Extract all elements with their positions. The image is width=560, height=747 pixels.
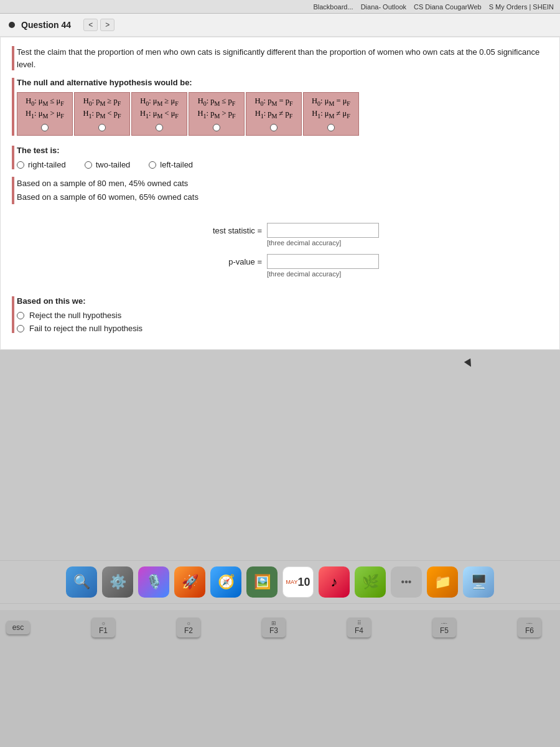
radio-left-tailed[interactable] (149, 161, 156, 169)
radio-3[interactable] (137, 123, 182, 131)
dock-safari-icon[interactable]: 🧭 (210, 566, 241, 598)
key-f5-icon: ·−· (441, 620, 447, 626)
radio-5[interactable] (251, 123, 296, 131)
question-header: Question 44 < > (0, 14, 560, 37)
h1-4: H1: pM > pF (194, 109, 239, 120)
key-f2[interactable]: ☼ F2 (177, 618, 200, 637)
key-f1-icon: ☼ (101, 620, 106, 626)
dock-icon-green[interactable]: 🌿 (355, 566, 386, 598)
radio-circle-1[interactable] (41, 124, 49, 131)
accent-bar-hypothesis (12, 78, 14, 136)
key-f3-label: F3 (269, 626, 278, 635)
radio-4[interactable] (194, 123, 239, 131)
conclusion-section: Based on this we: Reject the null hypoth… (12, 296, 548, 333)
key-f6-label: F6 (525, 626, 534, 635)
tab-outlook[interactable]: Diana- Outlook (361, 3, 406, 11)
conclusion-reject[interactable]: Reject the null hypothesis (17, 311, 548, 320)
key-f2-icon: ☼ (186, 620, 191, 626)
key-f2-label: F2 (184, 626, 193, 635)
conclusion-fail-reject[interactable]: Fail to reject the null hypothesis (17, 324, 548, 333)
dock-launchpad-icon[interactable]: 🚀 (174, 566, 205, 598)
radio-reject[interactable] (17, 312, 24, 319)
dock-siri-icon[interactable]: 🎙️ (138, 566, 169, 598)
h0-6: H0: μM = μF (309, 96, 353, 107)
radio-2[interactable] (80, 123, 124, 131)
key-f6[interactable]: ·−· F6 (518, 618, 541, 637)
cal-date: 10 (297, 576, 310, 589)
accent-bar-test (12, 146, 14, 169)
problem-section: Test the claim that the proportion of me… (12, 46, 548, 70)
browser-top-bar: Blackboard... Diana- Outlook CS Diana Co… (0, 0, 560, 14)
radio-two-tailed[interactable] (85, 161, 92, 169)
radio-circle-4[interactable] (213, 124, 220, 131)
radio-right-tailed[interactable] (17, 161, 24, 169)
test-left-tailed[interactable]: left-tailed (149, 160, 193, 169)
hypothesis-section: The null and alternative hypothesis woul… (12, 78, 548, 136)
sample-info-men: Based on a sample of 80 men, 45% owned c… (17, 177, 548, 190)
nav-prev-button[interactable]: < (83, 19, 98, 31)
sample-info: Based on a sample of 80 men, 45% owned c… (17, 177, 548, 204)
key-f1[interactable]: ☼ F1 (91, 618, 115, 637)
hypothesis-option-2[interactable]: H0: pM ≥ pF H1: pM < pF (74, 92, 130, 136)
hypothesis-option-6[interactable]: H0: μM = μF H1: μM ≠ μF (303, 92, 359, 136)
right-tailed-label: right-tailed (28, 160, 66, 169)
nav-arrows[interactable]: < > (83, 19, 114, 31)
radio-circle-6[interactable] (327, 124, 335, 131)
test-two-tailed[interactable]: two-tailed (85, 160, 131, 169)
test-right-tailed[interactable]: right-tailed (17, 160, 66, 169)
nav-next-button[interactable]: > (100, 19, 114, 31)
sample-info-section: Based on a sample of 80 men, 45% owned c… (12, 177, 548, 204)
dock-calendar-icon[interactable]: MAY 10 (282, 566, 314, 598)
dock-more-icon[interactable]: ••• (391, 566, 422, 598)
hypothesis-option-4[interactable]: H0: pM ≤ pF H1: pM > pF (189, 92, 245, 136)
tab-shein[interactable]: S My Orders | SHEIN (489, 3, 554, 11)
dock-finder-icon[interactable]: 🔍 (66, 566, 97, 598)
dock-music-icon[interactable]: ♪ (319, 566, 350, 598)
h1-2: H1: pM < pF (80, 109, 124, 120)
fail-reject-label: Fail to reject the null hypothesis (29, 324, 142, 333)
question-dot-indicator (9, 22, 15, 28)
h1-6: H1: μM ≠ μF (309, 109, 353, 120)
tab-blackboard[interactable]: Blackboard... (313, 3, 353, 11)
two-tailed-label: two-tailed (96, 160, 131, 169)
test-is-label: The test is: (17, 146, 548, 155)
left-tailed-label: left-tailed (160, 160, 193, 169)
dock-photos-icon[interactable]: 🖼️ (246, 566, 278, 598)
content-card: Test the claim that the proportion of me… (0, 37, 560, 350)
radio-1[interactable] (22, 123, 67, 131)
test-type-options: right-tailed two-tailed left-tailed (17, 160, 548, 169)
h0-2: H0: pM ≥ pF (80, 96, 124, 107)
p-value-row: p-value = (181, 254, 379, 269)
hypothesis-option-3[interactable]: H0: μM ≥ μF H1: μM < μF (131, 92, 187, 136)
dock-icon-orange[interactable]: 📁 (427, 566, 458, 598)
key-esc-label: esc (12, 623, 24, 632)
radio-circle-2[interactable] (98, 124, 106, 131)
test-statistic-group: test statistic = [three decimal accuracy… (181, 223, 379, 247)
key-f3[interactable]: ⊞ F3 (262, 618, 286, 637)
key-esc[interactable]: esc (6, 621, 30, 634)
cursor (464, 359, 474, 369)
tab-cougarweb[interactable]: CS Diana CougarWeb (414, 3, 482, 11)
h1-3: H1: μM < μF (137, 109, 182, 120)
question-number: Question 44 (21, 20, 71, 30)
key-f4-label: F4 (355, 626, 363, 635)
radio-6[interactable] (309, 123, 353, 131)
radio-fail-reject[interactable] (17, 325, 24, 332)
hypothesis-option-5[interactable]: H0: pM = pF H1: pM ≠ pF (246, 92, 302, 136)
p-value-hint: [three decimal accuracy] (267, 270, 379, 278)
radio-circle-3[interactable] (156, 124, 163, 131)
accent-bar-problem (12, 46, 14, 70)
dock-settings-icon[interactable]: ⚙️ (102, 566, 133, 598)
cal-month: MAY (286, 579, 298, 585)
key-f5[interactable]: ·−· F5 (432, 618, 456, 637)
dock: 🔍 ⚙️ 🎙️ 🚀 🧭 🖼️ MAY 10 ♪ 🌿 ••• 📁 🖥️ (0, 560, 560, 604)
dock-icon-blue[interactable]: 🖥️ (463, 566, 494, 598)
test-statistic-input[interactable] (267, 223, 379, 238)
h0-3: H0: μM ≥ μF (137, 96, 182, 107)
key-f5-label: F5 (440, 626, 449, 635)
accent-bar-sample (12, 177, 14, 204)
hypothesis-option-1[interactable]: H0: μM ≤ μF H1: μM > μF (17, 92, 73, 136)
key-f4[interactable]: ⠿ F4 (347, 618, 371, 637)
radio-circle-5[interactable] (270, 124, 278, 131)
p-value-input[interactable] (267, 254, 379, 269)
